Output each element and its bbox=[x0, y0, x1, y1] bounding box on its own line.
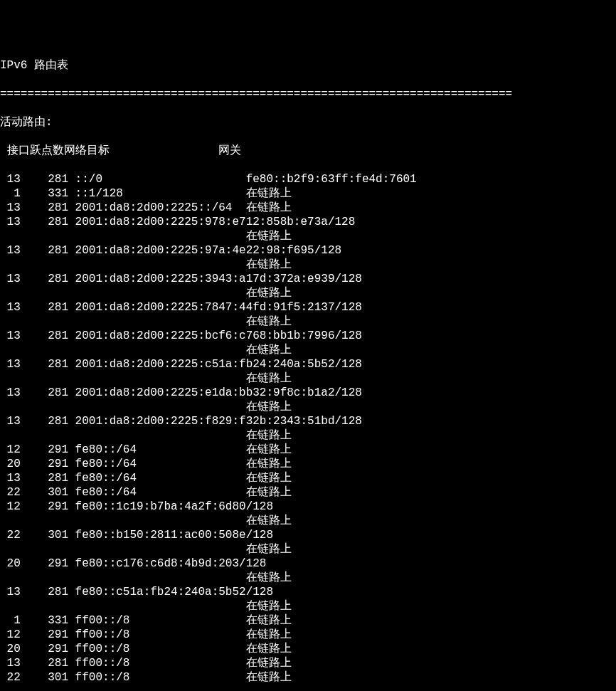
route-line: 在链路上 bbox=[0, 571, 616, 585]
route-line: 22 301 fe80::/64 在链路上 bbox=[0, 485, 616, 500]
route-line: 13 281 2001:da8:2d00:2225:97a:4e22:98:f6… bbox=[0, 243, 616, 258]
route-line: 1 331 ::1/128 在链路上 bbox=[0, 186, 616, 201]
route-line: 在链路上 bbox=[0, 514, 616, 528]
route-line: 在链路上 bbox=[0, 229, 616, 243]
routes-container: 13 281 ::/0 fe80::b2f9:63ff:fe4d:7601 1 … bbox=[0, 172, 616, 685]
route-line: 13 281 2001:da8:2d00:2225:978:e712:858b:… bbox=[0, 215, 616, 229]
route-line: 在链路上 bbox=[0, 371, 616, 386]
route-line: 12 291 fe80::/64 在链路上 bbox=[0, 443, 616, 457]
route-line: 13 281 2001:da8:2d00:2225:c51a:fb24:240a… bbox=[0, 357, 616, 371]
route-line: 20 291 fe80::/64 在链路上 bbox=[0, 457, 616, 471]
route-line: 20 291 fe80::c176:c6d8:4b9d:203/128 bbox=[0, 557, 616, 571]
route-line: 13 281 fe80::/64 在链路上 bbox=[0, 471, 616, 485]
title-line: IPv6 路由表 bbox=[0, 58, 616, 73]
route-line: 13 281 2001:da8:2d00:2225:3943:a17d:372a… bbox=[0, 272, 616, 286]
route-line: 13 281 fe80::c51a:fb24:240a:5b52/128 bbox=[0, 585, 616, 599]
route-line: 13 281 2001:da8:2d00:2225::/64 在链路上 bbox=[0, 201, 616, 215]
route-line: 在链路上 bbox=[0, 343, 616, 357]
route-line: 22 301 ff00::/8 在链路上 bbox=[0, 670, 616, 685]
route-line: 13 281 2001:da8:2d00:2225:bcf6:c768:bb1b… bbox=[0, 329, 616, 343]
route-line: 12 291 ff00::/8 在链路上 bbox=[0, 628, 616, 642]
route-line: 13 281 ::/0 fe80::b2f9:63ff:fe4d:7601 bbox=[0, 172, 616, 186]
route-line: 在链路上 bbox=[0, 428, 616, 443]
route-line: 13 281 ff00::/8 在链路上 bbox=[0, 656, 616, 670]
route-line: 在链路上 bbox=[0, 400, 616, 414]
route-line: 在链路上 bbox=[0, 542, 616, 557]
route-line: 1 331 ff00::/8 在链路上 bbox=[0, 613, 616, 628]
column-header: 接口跃点数网络目标 网关 bbox=[0, 144, 616, 158]
route-line: 13 281 2001:da8:2d00:2225:f829:f32b:2343… bbox=[0, 414, 616, 428]
route-line: 在链路上 bbox=[0, 258, 616, 272]
route-line: 13 281 2001:da8:2d00:2225:7847:44fd:91f5… bbox=[0, 300, 616, 315]
route-line: 在链路上 bbox=[0, 599, 616, 613]
route-line: 12 291 fe80::1c19:b7ba:4a2f:6d80/128 bbox=[0, 500, 616, 514]
route-line: 在链路上 bbox=[0, 286, 616, 300]
separator-line: ========================================… bbox=[0, 87, 616, 101]
route-line: 22 301 fe80::b150:2811:ac00:508e/128 bbox=[0, 528, 616, 542]
route-line: 13 281 2001:da8:2d00:2225:e1da:bb32:9f8c… bbox=[0, 386, 616, 400]
route-line: 在链路上 bbox=[0, 315, 616, 329]
active-routes-header: 活动路由: bbox=[0, 115, 616, 130]
route-line: 20 291 ff00::/8 在链路上 bbox=[0, 642, 616, 656]
